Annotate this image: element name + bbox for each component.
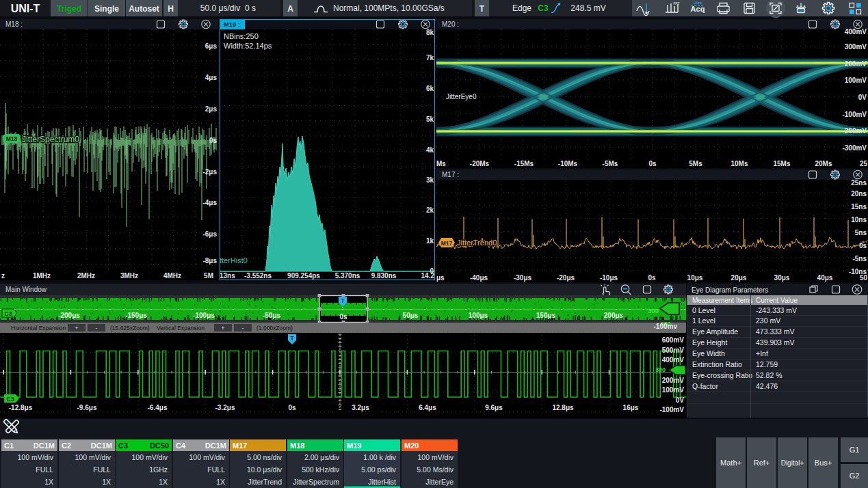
svg-text:M17 :: M17 : <box>442 171 459 178</box>
svg-text:JitterSpectrum0: JitterSpectrum0 <box>22 135 79 144</box>
svg-text:9.6μs: 9.6μs <box>485 404 503 411</box>
svg-text:5.370ns: 5.370ns <box>335 272 360 280</box>
svg-text:0s: 0s <box>648 274 656 282</box>
svg-text:300: 300 <box>655 366 666 373</box>
svg-text:1.00 k /div: 1.00 k /div <box>363 453 397 461</box>
svg-text:100 mV/div: 100 mV/div <box>131 453 168 461</box>
svg-text:100mV: 100mV <box>662 386 685 394</box>
svg-text:300mV: 300mV <box>845 43 867 51</box>
svg-text:Math+: Math+ <box>720 459 741 467</box>
svg-text:DC50: DC50 <box>150 442 169 450</box>
svg-text:-100mV: -100mV <box>659 406 684 414</box>
svg-text:T: T <box>290 335 294 342</box>
svg-text:4μs: 4μs <box>205 74 218 81</box>
svg-text:-: - <box>242 325 244 331</box>
svg-text:10Ms: 10Ms <box>731 160 748 167</box>
svg-text:Q-factor: Q-factor <box>692 382 718 390</box>
svg-text:Single: Single <box>94 4 119 14</box>
svg-text:-100μs: -100μs <box>193 312 215 319</box>
svg-text:909.254ps: 909.254ps <box>287 272 320 280</box>
svg-text:600mV: 600mV <box>662 336 685 344</box>
svg-text:M18: M18 <box>6 135 18 142</box>
svg-text:-40μs: -40μs <box>470 274 488 282</box>
svg-text:0 Level: 0 Level <box>692 306 715 314</box>
svg-text:C2: C2 <box>62 442 71 450</box>
svg-text:0 s: 0 s <box>245 3 256 13</box>
svg-text:DC1M: DC1M <box>205 442 226 450</box>
svg-text:2μs: 2μs <box>205 105 218 113</box>
svg-text:-200mV: -200mV <box>842 127 867 135</box>
svg-text:15ns: 15ns <box>851 203 867 211</box>
svg-text:500 kHz/div: 500 kHz/div <box>302 465 340 474</box>
svg-text:2MHz: 2MHz <box>77 272 95 280</box>
svg-text:5M: 5M <box>204 272 213 280</box>
svg-text:0V: 0V <box>858 94 867 101</box>
svg-text:100 mV/div: 100 mV/div <box>417 453 453 461</box>
svg-text:-10μs: -10μs <box>600 274 618 282</box>
svg-text:300: 300 <box>648 307 659 314</box>
svg-text:JitterTrend: JitterTrend <box>248 478 282 486</box>
svg-text:C3: C3 <box>5 310 12 317</box>
svg-text:30μs: 30μs <box>774 274 790 282</box>
svg-text:40μs: 40μs <box>817 274 833 282</box>
svg-text:NBins:250: NBins:250 <box>224 32 259 40</box>
svg-text:2.00 μs/div: 2.00 μs/div <box>304 453 340 461</box>
svg-text:-3.552ns: -3.552ns <box>244 272 272 280</box>
svg-text:μs: μs <box>436 274 445 282</box>
svg-text:Eye Width: Eye Width <box>692 349 725 357</box>
svg-text:A: A <box>287 4 293 14</box>
svg-text:7k: 7k <box>426 54 434 62</box>
svg-text:4k: 4k <box>426 146 434 154</box>
svg-text:25ns: 25ns <box>851 179 867 187</box>
svg-text:-100mV: -100mV <box>842 111 867 118</box>
svg-text:15Ms: 15Ms <box>773 160 790 167</box>
svg-text:-12.8μs: -12.8μs <box>9 404 33 411</box>
svg-text:0s: 0s <box>288 404 296 411</box>
svg-text:-30μs: -30μs <box>514 274 532 282</box>
svg-text:M19 :: M19 : <box>224 21 240 28</box>
svg-text:JitterEye: JitterEye <box>425 478 453 486</box>
svg-text:1X: 1X <box>159 478 168 486</box>
svg-text:Edge: Edge <box>512 3 531 13</box>
svg-text:M18 :: M18 : <box>5 21 23 28</box>
svg-text:-: - <box>96 325 98 331</box>
svg-text:z: z <box>1 272 5 280</box>
svg-text:T: T <box>341 297 345 304</box>
svg-text:1 Level: 1 Level <box>692 316 715 325</box>
svg-text:Horizontal Expansion: Horizontal Expansion <box>11 325 66 331</box>
svg-text:-8μs: -8μs <box>202 257 217 265</box>
svg-text:3.2μs: 3.2μs <box>352 404 369 411</box>
svg-text:Width:52.14ps: Width:52.14ps <box>224 42 272 50</box>
svg-text:M19: M19 <box>347 442 361 450</box>
svg-text:C3: C3 <box>6 396 14 403</box>
svg-text:JitterTrend0: JitterTrend0 <box>457 239 497 247</box>
svg-text:Ms: Ms <box>436 160 446 167</box>
svg-text:-5ns: -5ns <box>852 255 867 262</box>
svg-text:-4μs: -4μs <box>202 199 217 206</box>
svg-text:5ns: 5ns <box>855 229 867 236</box>
svg-text:Ref+: Ref+ <box>754 459 770 467</box>
svg-text:-300mV: -300mV <box>842 144 867 152</box>
svg-text:T: T <box>479 4 485 14</box>
svg-text:12.8μs: 12.8μs <box>552 404 574 411</box>
svg-text:5k: 5k <box>426 116 434 123</box>
svg-text:UNI-T: UNI-T <box>11 3 40 14</box>
svg-text:DC1M: DC1M <box>34 442 55 450</box>
svg-text:(15.625xZoom): (15.625xZoom) <box>110 325 150 331</box>
svg-text:-50μs: -50μs <box>263 312 281 319</box>
svg-text:20Ms: 20Ms <box>815 160 832 167</box>
svg-text:+Inf: +Inf <box>756 349 768 357</box>
svg-text:H: H <box>168 4 174 14</box>
svg-text:M18: M18 <box>290 442 304 450</box>
svg-text:0s: 0s <box>339 313 347 321</box>
svg-text:42.476: 42.476 <box>756 382 778 390</box>
svg-text:200μs: 200μs <box>604 312 624 319</box>
svg-text:100 mV/div: 100 mV/div <box>189 453 225 461</box>
svg-text:M17: M17 <box>441 240 453 247</box>
svg-text:Bus+: Bus+ <box>815 459 832 467</box>
svg-text:1MHz: 1MHz <box>33 272 51 280</box>
svg-text:Acq: Acq <box>691 5 705 13</box>
svg-text:G2: G2 <box>850 472 860 480</box>
svg-text:5.00 ps/div: 5.00 ps/div <box>361 465 397 474</box>
svg-text:439.903 mV: 439.903 mV <box>756 338 795 347</box>
